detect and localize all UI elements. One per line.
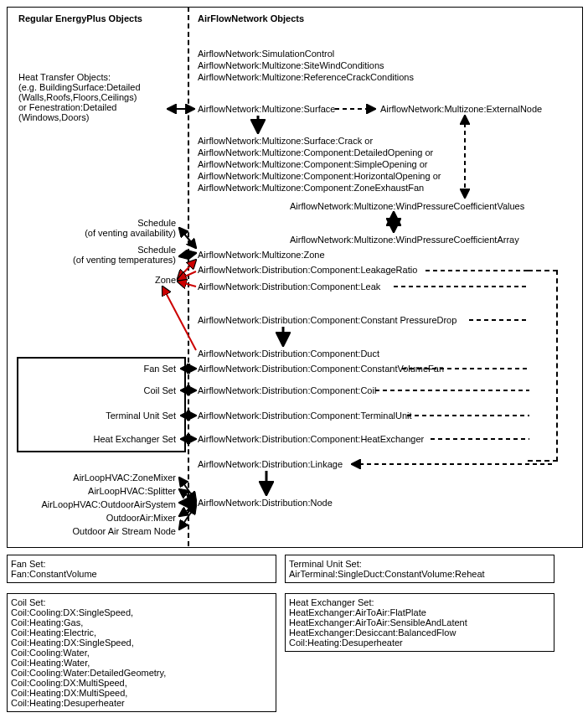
linkage-connectors — [352, 271, 554, 464]
legend-hx-set: Heat Exchanger Set: HeatExchanger:AirToA… — [285, 593, 554, 652]
arrow-splitter-node — [179, 489, 196, 502]
arrow-zone-duct-red — [162, 287, 196, 350]
arrow-zone-leak-red — [178, 281, 196, 287]
legend-tu-set: Terminal Unit Set: AirTerminal:SingleDuc… — [285, 555, 554, 583]
arrow-zonemixer-node — [179, 478, 196, 501]
legend-fan-set: Fan Set: Fan:ConstantVolume — [7, 555, 276, 583]
arrow-oastream-node — [179, 505, 196, 529]
legend-coil-set: Coil Set: Coil:Cooling:DX:SingleSpeed, C… — [7, 593, 276, 712]
arrow-sched1-zone — [179, 228, 196, 248]
arrow-sched2-zone — [179, 253, 196, 256]
